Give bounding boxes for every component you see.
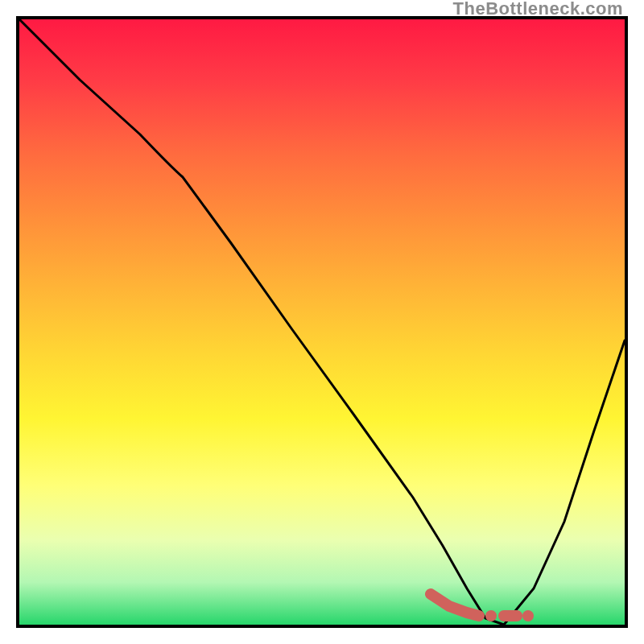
main-curve [19, 19, 625, 625]
chart-frame [16, 16, 628, 628]
attribution-watermark: TheBottleneck.com [453, 0, 623, 19]
chart-svg [19, 19, 625, 625]
svg-point-1 [522, 610, 534, 621]
svg-point-0 [485, 610, 497, 621]
